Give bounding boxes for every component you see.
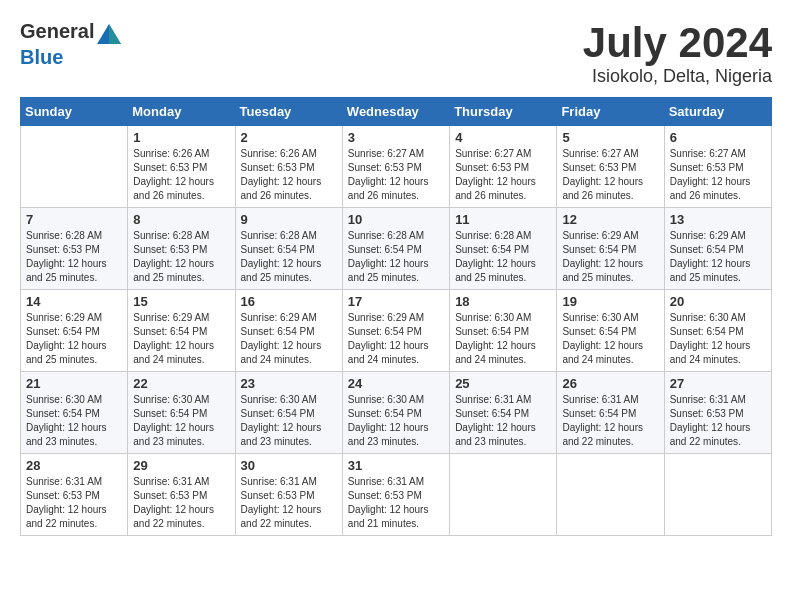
calendar-cell: 20Sunrise: 6:30 AM Sunset: 6:54 PM Dayli… [664,290,771,372]
calendar-cell: 18Sunrise: 6:30 AM Sunset: 6:54 PM Dayli… [450,290,557,372]
calendar-cell: 29Sunrise: 6:31 AM Sunset: 6:53 PM Dayli… [128,454,235,536]
day-number: 13 [670,212,766,227]
weekday-header-friday: Friday [557,98,664,126]
calendar-cell: 16Sunrise: 6:29 AM Sunset: 6:54 PM Dayli… [235,290,342,372]
weekday-header-wednesday: Wednesday [342,98,449,126]
calendar-cell: 8Sunrise: 6:28 AM Sunset: 6:53 PM Daylig… [128,208,235,290]
day-info: Sunrise: 6:28 AM Sunset: 6:53 PM Dayligh… [26,229,122,285]
calendar-week-row: 7Sunrise: 6:28 AM Sunset: 6:53 PM Daylig… [21,208,772,290]
weekday-header-tuesday: Tuesday [235,98,342,126]
day-info: Sunrise: 6:29 AM Sunset: 6:54 PM Dayligh… [26,311,122,367]
weekday-header-thursday: Thursday [450,98,557,126]
weekday-header-row: SundayMondayTuesdayWednesdayThursdayFrid… [21,98,772,126]
day-number: 11 [455,212,551,227]
day-info: Sunrise: 6:27 AM Sunset: 6:53 PM Dayligh… [348,147,444,203]
calendar-cell: 30Sunrise: 6:31 AM Sunset: 6:53 PM Dayli… [235,454,342,536]
day-number: 2 [241,130,337,145]
calendar-cell: 23Sunrise: 6:30 AM Sunset: 6:54 PM Dayli… [235,372,342,454]
day-number: 27 [670,376,766,391]
day-info: Sunrise: 6:30 AM Sunset: 6:54 PM Dayligh… [670,311,766,367]
calendar-cell: 9Sunrise: 6:28 AM Sunset: 6:54 PM Daylig… [235,208,342,290]
logo-text: General Blue [20,20,124,69]
calendar-cell: 4Sunrise: 6:27 AM Sunset: 6:53 PM Daylig… [450,126,557,208]
calendar-cell: 2Sunrise: 6:26 AM Sunset: 6:53 PM Daylig… [235,126,342,208]
day-number: 1 [133,130,229,145]
day-number: 17 [348,294,444,309]
day-info: Sunrise: 6:30 AM Sunset: 6:54 PM Dayligh… [455,311,551,367]
calendar-cell: 27Sunrise: 6:31 AM Sunset: 6:53 PM Dayli… [664,372,771,454]
calendar-cell: 11Sunrise: 6:28 AM Sunset: 6:54 PM Dayli… [450,208,557,290]
calendar-cell: 13Sunrise: 6:29 AM Sunset: 6:54 PM Dayli… [664,208,771,290]
day-number: 26 [562,376,658,391]
calendar-cell: 19Sunrise: 6:30 AM Sunset: 6:54 PM Dayli… [557,290,664,372]
calendar-cell: 28Sunrise: 6:31 AM Sunset: 6:53 PM Dayli… [21,454,128,536]
day-info: Sunrise: 6:27 AM Sunset: 6:53 PM Dayligh… [670,147,766,203]
day-number: 31 [348,458,444,473]
month-title: July 2024 [583,20,772,66]
day-info: Sunrise: 6:30 AM Sunset: 6:54 PM Dayligh… [133,393,229,449]
day-number: 7 [26,212,122,227]
day-info: Sunrise: 6:29 AM Sunset: 6:54 PM Dayligh… [562,229,658,285]
day-number: 10 [348,212,444,227]
location-title: Isiokolo, Delta, Nigeria [583,66,772,87]
calendar-cell: 26Sunrise: 6:31 AM Sunset: 6:54 PM Dayli… [557,372,664,454]
day-number: 22 [133,376,229,391]
day-number: 21 [26,376,122,391]
day-number: 14 [26,294,122,309]
day-number: 4 [455,130,551,145]
day-info: Sunrise: 6:31 AM Sunset: 6:53 PM Dayligh… [241,475,337,531]
day-info: Sunrise: 6:27 AM Sunset: 6:53 PM Dayligh… [562,147,658,203]
calendar-cell: 7Sunrise: 6:28 AM Sunset: 6:53 PM Daylig… [21,208,128,290]
day-info: Sunrise: 6:30 AM Sunset: 6:54 PM Dayligh… [241,393,337,449]
day-number: 19 [562,294,658,309]
day-number: 3 [348,130,444,145]
day-info: Sunrise: 6:31 AM Sunset: 6:54 PM Dayligh… [455,393,551,449]
calendar-cell [21,126,128,208]
calendar-cell [450,454,557,536]
day-info: Sunrise: 6:31 AM Sunset: 6:54 PM Dayligh… [562,393,658,449]
day-number: 24 [348,376,444,391]
weekday-header-monday: Monday [128,98,235,126]
calendar-week-row: 21Sunrise: 6:30 AM Sunset: 6:54 PM Dayli… [21,372,772,454]
calendar-cell: 3Sunrise: 6:27 AM Sunset: 6:53 PM Daylig… [342,126,449,208]
day-number: 30 [241,458,337,473]
weekday-header-sunday: Sunday [21,98,128,126]
day-number: 25 [455,376,551,391]
calendar-cell: 17Sunrise: 6:29 AM Sunset: 6:54 PM Dayli… [342,290,449,372]
day-number: 12 [562,212,658,227]
calendar-cell: 10Sunrise: 6:28 AM Sunset: 6:54 PM Dayli… [342,208,449,290]
calendar-cell: 31Sunrise: 6:31 AM Sunset: 6:53 PM Dayli… [342,454,449,536]
calendar-cell: 6Sunrise: 6:27 AM Sunset: 6:53 PM Daylig… [664,126,771,208]
day-info: Sunrise: 6:29 AM Sunset: 6:54 PM Dayligh… [348,311,444,367]
title-block: July 2024 Isiokolo, Delta, Nigeria [583,20,772,87]
day-info: Sunrise: 6:31 AM Sunset: 6:53 PM Dayligh… [133,475,229,531]
day-number: 23 [241,376,337,391]
svg-marker-1 [109,24,121,44]
day-number: 5 [562,130,658,145]
logo-blue: Blue [20,46,63,68]
day-number: 18 [455,294,551,309]
day-number: 29 [133,458,229,473]
day-info: Sunrise: 6:28 AM Sunset: 6:54 PM Dayligh… [348,229,444,285]
calendar-cell [664,454,771,536]
calendar-cell: 24Sunrise: 6:30 AM Sunset: 6:54 PM Dayli… [342,372,449,454]
day-info: Sunrise: 6:30 AM Sunset: 6:54 PM Dayligh… [562,311,658,367]
day-number: 8 [133,212,229,227]
calendar-table: SundayMondayTuesdayWednesdayThursdayFrid… [20,97,772,536]
day-info: Sunrise: 6:28 AM Sunset: 6:53 PM Dayligh… [133,229,229,285]
page-header: General Blue July 2024 Isiokolo, Delta, … [20,20,772,87]
calendar-cell: 25Sunrise: 6:31 AM Sunset: 6:54 PM Dayli… [450,372,557,454]
calendar-week-row: 28Sunrise: 6:31 AM Sunset: 6:53 PM Dayli… [21,454,772,536]
day-number: 15 [133,294,229,309]
logo: General Blue [20,20,124,69]
calendar-cell: 15Sunrise: 6:29 AM Sunset: 6:54 PM Dayli… [128,290,235,372]
day-info: Sunrise: 6:28 AM Sunset: 6:54 PM Dayligh… [241,229,337,285]
day-info: Sunrise: 6:31 AM Sunset: 6:53 PM Dayligh… [348,475,444,531]
day-info: Sunrise: 6:29 AM Sunset: 6:54 PM Dayligh… [670,229,766,285]
calendar-cell: 5Sunrise: 6:27 AM Sunset: 6:53 PM Daylig… [557,126,664,208]
day-info: Sunrise: 6:29 AM Sunset: 6:54 PM Dayligh… [133,311,229,367]
calendar-cell [557,454,664,536]
calendar-week-row: 1Sunrise: 6:26 AM Sunset: 6:53 PM Daylig… [21,126,772,208]
calendar-cell: 1Sunrise: 6:26 AM Sunset: 6:53 PM Daylig… [128,126,235,208]
day-info: Sunrise: 6:27 AM Sunset: 6:53 PM Dayligh… [455,147,551,203]
